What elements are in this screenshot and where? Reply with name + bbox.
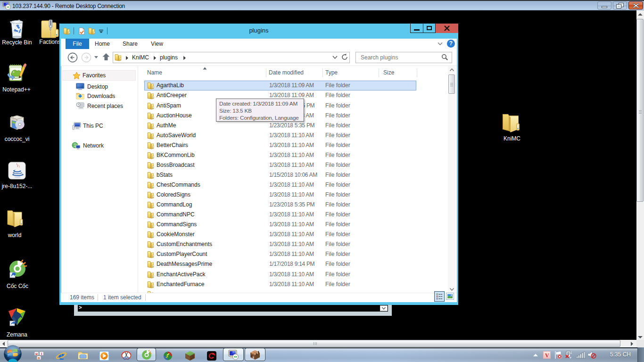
svg-text:n: n — [38, 356, 40, 360]
svg-text:i: i — [41, 352, 42, 356]
svg-text:u: u — [35, 352, 38, 356]
